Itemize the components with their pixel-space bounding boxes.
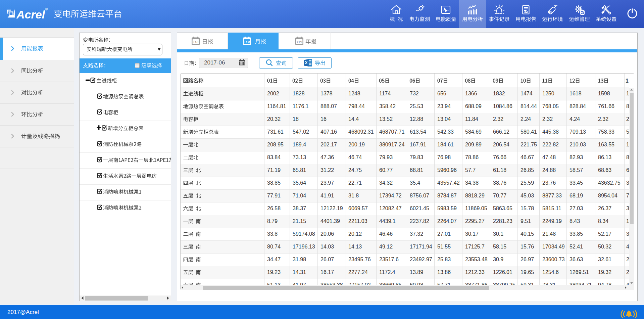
svg-text:+1Y: +1Y xyxy=(296,40,302,44)
svg-text:+1d: +1d xyxy=(193,40,199,44)
svg-text:X: X xyxy=(305,60,307,65)
svg-text:+1M: +1M xyxy=(244,40,250,44)
